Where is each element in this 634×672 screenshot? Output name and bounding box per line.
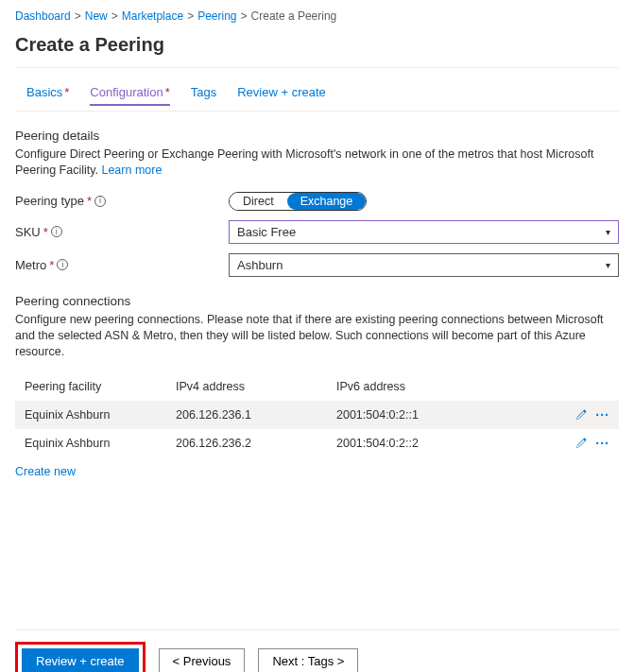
pill-direct[interactable]: Direct [230,193,287,210]
chevron-right-icon: > [75,9,81,23]
divider [15,111,619,112]
connections-table: Peering facility IPv4 address IPv6 addre… [15,372,619,457]
more-icon[interactable]: ··· [595,437,609,450]
breadcrumb-marketplace[interactable]: Marketplace [122,9,183,23]
info-icon[interactable]: i [51,226,62,237]
divider [15,67,619,68]
cell-ipv6: 2001:504:0:2::2 [336,437,557,450]
required-indicator: * [43,225,48,239]
select-value: Ashburn [237,258,283,272]
page-title: Create a Peering [15,34,619,56]
chevron-down-icon: ▾ [606,227,610,237]
pill-exchange[interactable]: Exchange [287,193,367,210]
info-icon[interactable]: i [57,259,68,270]
previous-button[interactable]: < Previous [159,648,246,672]
next-button[interactable]: Next : Tags > [258,648,358,672]
tab-review-create[interactable]: Review + create [237,81,326,105]
peering-type-toggle: Direct Exchange [229,192,367,211]
breadcrumb-peering[interactable]: Peering [197,9,236,23]
table-header: Peering facility IPv4 address IPv6 addre… [15,372,619,401]
table-row: Equinix Ashburn 206.126.236.2 2001:504:0… [15,429,619,457]
chevron-right-icon: > [187,9,194,23]
cell-ipv4: 206.126.236.2 [176,437,336,450]
chevron-right-icon: > [241,9,248,23]
tab-bar: Basics* Configuration* Tags Review + cre… [15,81,619,105]
edit-icon[interactable] [574,408,588,422]
label-metro: Metro * i [15,258,229,272]
help-text-connections: Configure new peering connections. Pleas… [15,312,619,360]
breadcrumb-dashboard[interactable]: Dashboard [15,9,71,23]
select-value: Basic Free [237,225,296,239]
table-row: Equinix Ashburn 206.126.236.1 2001:504:0… [15,401,619,429]
breadcrumb-new[interactable]: New [85,9,108,23]
tab-configuration[interactable]: Configuration* [90,81,169,105]
col-header-ipv4: IPv4 address [176,380,336,393]
tab-tags[interactable]: Tags [191,81,216,105]
required-indicator: * [165,85,170,99]
label-text: SKU [15,225,41,239]
section-heading-connections: Peering connections [15,294,619,308]
required-indicator: * [64,85,69,99]
chevron-down-icon: ▾ [606,260,610,270]
learn-more-link[interactable]: Learn more [101,164,162,177]
required-indicator: * [87,194,92,208]
label-text: Peering type [15,194,84,208]
help-text-peering-details: Configure Direct Peering or Exchange Pee… [15,146,619,179]
metro-select[interactable]: Ashburn ▾ [229,253,619,277]
required-indicator: * [49,258,54,272]
breadcrumb-current: Create a Peering [251,9,337,23]
review-create-button[interactable]: Review + create [22,648,139,672]
col-header-ipv6: IPv6 address [336,380,557,393]
cell-facility: Equinix Ashburn [25,437,176,450]
section-heading-peering-details: Peering details [15,129,619,143]
label-peering-type: Peering type * i [15,194,229,208]
footer-actions: Review + create < Previous Next : Tags > [15,629,619,672]
info-icon[interactable]: i [94,196,106,207]
highlight-box: Review + create [15,642,146,672]
cell-ipv4: 206.126.236.1 [176,408,336,422]
breadcrumb: Dashboard > New > Marketplace > Peering … [15,8,619,30]
edit-icon[interactable] [574,437,588,450]
tab-basics[interactable]: Basics* [26,81,69,105]
sku-select[interactable]: Basic Free ▾ [229,220,619,244]
label-text: Metro [15,258,46,272]
label-sku: SKU * i [15,225,229,239]
cell-ipv6: 2001:504:0:2::1 [336,408,557,422]
tab-label: Configuration [90,85,163,99]
col-header-facility: Peering facility [25,380,176,393]
create-new-link[interactable]: Create new [15,465,76,478]
cell-facility: Equinix Ashburn [25,408,176,422]
tab-label: Basics [26,85,62,99]
more-icon[interactable]: ··· [595,408,609,422]
chevron-right-icon: > [111,9,118,23]
